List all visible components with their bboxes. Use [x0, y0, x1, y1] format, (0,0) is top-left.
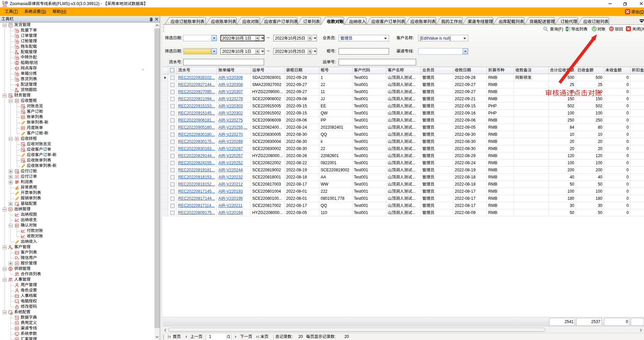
svg-text:应收客户订单列表: 应收客户订单列表 [264, 19, 298, 24]
svg-text:订单列表: 订单列表 [303, 19, 320, 24]
svg-text:D: D [16, 317, 18, 319]
svg-text:¥: ¥ [16, 338, 18, 340]
svg-text:¥: ¥ [9, 208, 11, 211]
svg-text:¥: ¥ [16, 262, 18, 265]
svg-text:应收账单列表: 应收账单列表 [410, 19, 436, 24]
svg-text:¥: ¥ [16, 321, 18, 325]
svg-text:渠道专线管理: 渠道专线管理 [468, 19, 493, 24]
svg-text:我的工作台: 我的工作台 [441, 19, 463, 24]
svg-text:应收账单列表: 应收账单列表 [211, 19, 237, 24]
svg-text:应收对账: 应收对账 [242, 19, 259, 24]
svg-text:¥: ¥ [16, 175, 18, 178]
svg-text:¥: ¥ [16, 99, 18, 103]
svg-text:出库配载列表: 出库配载列表 [498, 19, 524, 24]
svg-text:收款对账: 收款对账 [327, 19, 344, 24]
svg-text:出纳收入: 出纳收入 [349, 19, 366, 24]
svg-text:货箱配送管理: 货箱配送管理 [529, 19, 555, 24]
svg-text:应收订舱账单列表: 应收订舱账单列表 [171, 19, 205, 24]
svg-text:应收订舱列表: 应收订舱列表 [583, 19, 609, 24]
svg-text:¥: ¥ [16, 137, 18, 141]
svg-text:订舱代理: 订舱代理 [560, 19, 578, 24]
svg-text:应收客户订单列表: 应收客户订单列表 [371, 19, 405, 24]
